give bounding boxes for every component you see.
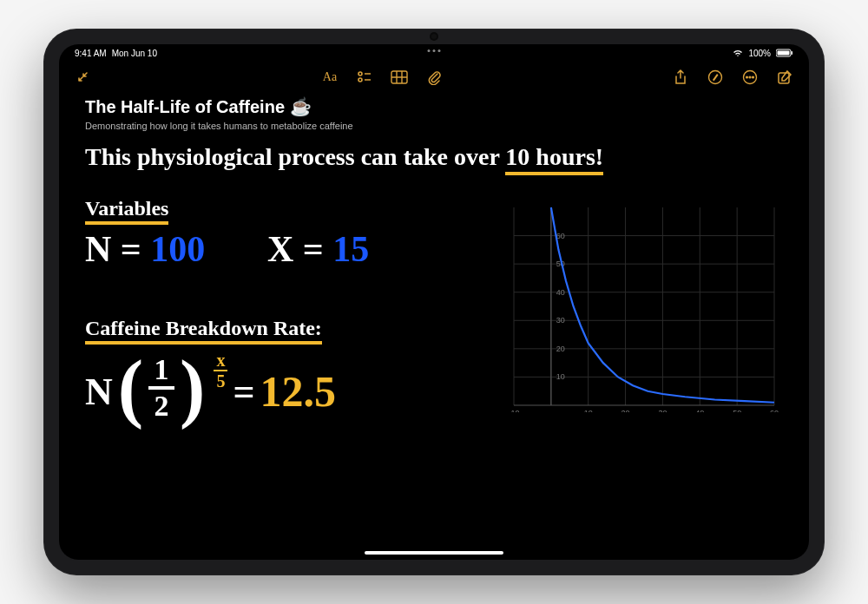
eq-n: N bbox=[85, 370, 113, 414]
status-time: 9:41 AM bbox=[75, 49, 107, 58]
svg-point-13 bbox=[746, 76, 748, 78]
variables-label: Variables bbox=[85, 197, 168, 225]
note-subtitle: Demonstrating how long it takes humans t… bbox=[85, 121, 783, 131]
svg-text:60: 60 bbox=[770, 409, 779, 412]
multitask-dots[interactable] bbox=[428, 49, 441, 52]
share-icon[interactable] bbox=[672, 69, 689, 86]
paren-right: ) bbox=[180, 361, 205, 415]
svg-point-3 bbox=[358, 72, 362, 76]
home-indicator[interactable] bbox=[365, 551, 503, 555]
collapse-icon[interactable] bbox=[75, 69, 92, 86]
camera-notch bbox=[431, 34, 437, 39]
status-right: 100% bbox=[733, 49, 793, 58]
battery-pct: 100% bbox=[748, 49, 771, 58]
svg-text:50: 50 bbox=[733, 409, 741, 412]
note-title-text: The Half-Life of Caffeine bbox=[85, 97, 285, 117]
paren-left: ( bbox=[118, 361, 143, 415]
handwriting-area[interactable]: This physiological process can take over… bbox=[85, 143, 783, 542]
eq-result: 12.5 bbox=[260, 366, 336, 417]
var-n: N = 100 bbox=[85, 228, 205, 270]
font-icon[interactable]: Aa bbox=[321, 69, 339, 86]
svg-text:30: 30 bbox=[556, 316, 565, 325]
status-left: 9:41 AM Mon Jun 10 bbox=[75, 49, 157, 58]
headline-em: 10 hours! bbox=[505, 143, 603, 175]
svg-text:20: 20 bbox=[621, 409, 630, 412]
note-content: The Half-Life of Caffeine ☕ Demonstratin… bbox=[59, 93, 809, 542]
ipad-frame: 9:41 AM Mon Jun 10 100% bbox=[43, 29, 825, 575]
compose-icon[interactable] bbox=[776, 69, 793, 86]
svg-text:40: 40 bbox=[556, 288, 565, 297]
note-title: The Half-Life of Caffeine ☕ bbox=[85, 96, 783, 117]
screen: 9:41 AM Mon Jun 10 100% bbox=[59, 44, 809, 560]
svg-point-5 bbox=[358, 78, 362, 82]
wifi-icon bbox=[733, 49, 743, 57]
equation: N ( 1 2 ) x 5 = 12.5 bbox=[85, 358, 336, 424]
svg-text:20: 20 bbox=[556, 345, 565, 353]
coffee-emoji: ☕ bbox=[290, 96, 312, 117]
eq-fraction: 1 2 bbox=[148, 355, 174, 421]
svg-point-15 bbox=[753, 76, 754, 78]
svg-point-14 bbox=[749, 76, 751, 78]
more-icon[interactable] bbox=[741, 69, 759, 86]
svg-text:40: 40 bbox=[695, 409, 704, 412]
svg-text:60: 60 bbox=[556, 232, 565, 240]
svg-rect-2 bbox=[792, 51, 793, 55]
paperclip-icon[interactable] bbox=[425, 69, 443, 86]
eq-exponent: x 5 bbox=[214, 351, 227, 391]
svg-rect-1 bbox=[778, 51, 790, 56]
decay-chart: -10102030405060102030405060 bbox=[505, 204, 783, 412]
svg-text:10: 10 bbox=[556, 372, 565, 381]
eq-equals: = bbox=[233, 370, 254, 414]
status-bar: 9:41 AM Mon Jun 10 100% bbox=[59, 44, 809, 62]
markup-icon[interactable] bbox=[707, 69, 724, 86]
headline-pre: This physiological process can take over bbox=[85, 143, 505, 170]
rate-label: Caffeine Breakdown Rate: bbox=[85, 317, 322, 345]
headline: This physiological process can take over… bbox=[85, 143, 603, 175]
status-date: Mon Jun 10 bbox=[112, 49, 157, 58]
var-x: X = 15 bbox=[267, 228, 369, 270]
svg-text:-10: -10 bbox=[508, 409, 519, 412]
table-icon[interactable] bbox=[391, 69, 408, 86]
svg-text:10: 10 bbox=[584, 409, 593, 412]
battery-icon bbox=[776, 49, 793, 57]
svg-text:30: 30 bbox=[658, 409, 667, 412]
toolbar: Aa bbox=[59, 62, 809, 93]
checklist-icon[interactable] bbox=[356, 69, 373, 86]
